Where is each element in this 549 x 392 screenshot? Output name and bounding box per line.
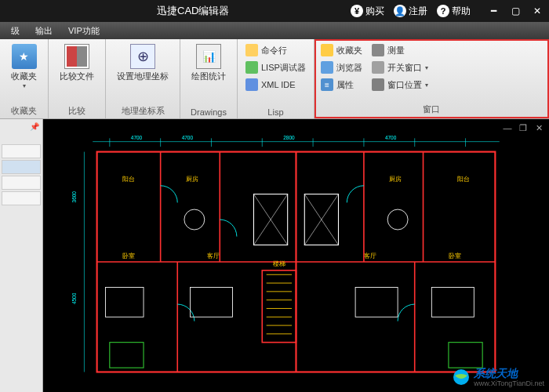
- svg-text:2800: 2800: [283, 135, 295, 140]
- properties-icon: [321, 78, 333, 91]
- group-drawings-label: Drawings: [185, 106, 232, 117]
- properties-button[interactable]: 属性: [318, 77, 365, 93]
- toggle-window-label: 开关窗口: [387, 62, 422, 74]
- group-geo-label: 地理坐标系: [111, 103, 175, 117]
- group-favorites: 收藏夹 ▾ 收藏夹: [0, 39, 49, 118]
- panel-item[interactable]: [2, 160, 41, 174]
- yen-icon: ¥: [351, 5, 363, 17]
- canvas-minimize-icon[interactable]: —: [502, 122, 513, 133]
- window-position-label: 窗口位置: [387, 79, 422, 91]
- group-lisp: 命令行 LISP调试器 XML IDE Lisp: [238, 39, 314, 118]
- cmdline-label: 命令行: [261, 45, 287, 56]
- svg-text:客厅: 客厅: [364, 252, 376, 260]
- measure-button[interactable]: 测量: [369, 42, 431, 58]
- svg-point-40: [387, 209, 408, 230]
- group-geo: 设置地理坐标 地理坐标系: [106, 39, 180, 118]
- app-title: 迅捷CAD编辑器: [141, 4, 245, 18]
- window-icon: [372, 61, 384, 74]
- panel-item[interactable]: [2, 144, 41, 158]
- ribbon-tabbar: 级 输出 VIP功能: [0, 22, 549, 39]
- register-button[interactable]: 👤 注册: [394, 5, 427, 18]
- favorites-panel-label: 收藏夹: [336, 45, 362, 56]
- panel-item[interactable]: [2, 191, 41, 205]
- help-label: 帮助: [452, 5, 471, 18]
- tab-output[interactable]: 输出: [27, 24, 60, 38]
- group-lisp-label: Lisp: [242, 106, 309, 117]
- geo-label: 设置地理坐标: [117, 71, 169, 82]
- svg-text:阳台: 阳台: [457, 176, 470, 183]
- svg-text:卧室: 卧室: [449, 252, 461, 260]
- svg-rect-36: [190, 287, 232, 317]
- lisp-icon: [245, 61, 258, 74]
- browser-button[interactable]: 浏览器: [318, 60, 365, 75]
- favorites-icon: [12, 44, 37, 69]
- browser-icon: [321, 61, 333, 74]
- svg-text:卧室: 卧室: [122, 252, 135, 260]
- svg-rect-37: [355, 287, 398, 317]
- favorites-label: 收藏夹: [11, 71, 37, 82]
- drawing-canvas[interactable]: — ❐ ✕: [43, 119, 549, 392]
- group-compare: 比较文件 比较: [49, 39, 106, 118]
- panel-item[interactable]: [2, 176, 41, 190]
- chevron-down-icon: ▾: [425, 64, 428, 71]
- compare-files-button[interactable]: 比较文件: [53, 42, 100, 84]
- pin-icon[interactable]: 📌: [30, 122, 39, 131]
- tab-advanced[interactable]: 级: [3, 24, 27, 38]
- group-drawings: 绘图统计 Drawings: [180, 39, 238, 118]
- xml-icon: [245, 78, 258, 91]
- group-window-label: 窗口: [318, 102, 546, 115]
- buy-button[interactable]: ¥ 购买: [351, 5, 384, 18]
- stats-icon: [196, 44, 221, 69]
- compare-label: 比较文件: [60, 71, 94, 82]
- user-icon: 👤: [394, 5, 406, 17]
- question-icon: ?: [437, 5, 449, 17]
- side-panel: 📌: [0, 119, 43, 392]
- browser-label: 浏览器: [336, 62, 362, 74]
- watermark: 系统天地 www.XiTongTianDi.net: [452, 367, 544, 387]
- canvas-restore-icon[interactable]: ❐: [518, 122, 529, 133]
- svg-text:客厅: 客厅: [207, 252, 220, 260]
- svg-text:厨房: 厨房: [186, 176, 198, 183]
- svg-rect-38: [431, 287, 474, 317]
- svg-text:4500: 4500: [71, 292, 77, 304]
- help-button[interactable]: ? 帮助: [437, 5, 471, 18]
- floorplan-drawing: 阳台厨房 卧室客厅 阳台厨房 卧室客厅 楼梯 47004700 28004700…: [59, 135, 533, 389]
- close-button[interactable]: ✕: [532, 5, 543, 16]
- measure-label: 测量: [387, 45, 405, 56]
- lisp-debugger-button[interactable]: LISP调试器: [242, 60, 309, 75]
- svg-text:厨房: 厨房: [389, 176, 402, 183]
- svg-rect-41: [110, 343, 144, 368]
- svg-text:4700: 4700: [131, 135, 143, 140]
- globe-icon: [452, 368, 471, 387]
- svg-point-39: [184, 209, 205, 230]
- lisp-debugger-label: LISP调试器: [261, 62, 306, 74]
- tab-vip[interactable]: VIP功能: [60, 24, 107, 38]
- maximize-button[interactable]: ▢: [510, 5, 521, 16]
- titlebar: 迅捷CAD编辑器 ¥ 购买 👤 注册 ? 帮助 ━ ▢ ✕: [0, 0, 549, 22]
- drawings-label: 绘图统计: [191, 71, 226, 82]
- svg-text:4700: 4700: [182, 135, 194, 140]
- xml-ide-label: XML IDE: [261, 80, 296, 89]
- window-position-button[interactable]: 窗口位置 ▾: [369, 77, 431, 93]
- properties-label: 属性: [336, 79, 354, 91]
- workspace: 📌 — ❐ ✕: [0, 119, 549, 392]
- canvas-close-icon[interactable]: ✕: [533, 122, 544, 133]
- favorites-panel-button[interactable]: 收藏夹: [318, 42, 365, 58]
- cmdline-button[interactable]: 命令行: [242, 42, 309, 58]
- group-compare-label: 比较: [53, 103, 100, 117]
- geo-icon: [130, 44, 155, 69]
- svg-text:4700: 4700: [385, 135, 397, 140]
- favorites-button[interactable]: 收藏夹 ▾: [5, 42, 43, 91]
- ribbon: 收藏夹 ▾ 收藏夹 比较文件 比较 设置地理坐标 地理坐标系: [0, 39, 549, 119]
- ruler-icon: [372, 44, 384, 56]
- xml-ide-button[interactable]: XML IDE: [242, 77, 309, 93]
- cmdline-icon: [245, 44, 258, 56]
- svg-rect-35: [105, 287, 144, 317]
- star-icon: [321, 44, 333, 56]
- set-geo-button[interactable]: 设置地理坐标: [111, 42, 175, 84]
- watermark-url: www.XiTongTianDi.net: [474, 379, 544, 387]
- svg-rect-42: [449, 343, 482, 368]
- minimize-button[interactable]: ━: [488, 5, 499, 16]
- toggle-window-button[interactable]: 开关窗口 ▾: [369, 60, 431, 75]
- drawing-stats-button[interactable]: 绘图统计: [185, 42, 232, 84]
